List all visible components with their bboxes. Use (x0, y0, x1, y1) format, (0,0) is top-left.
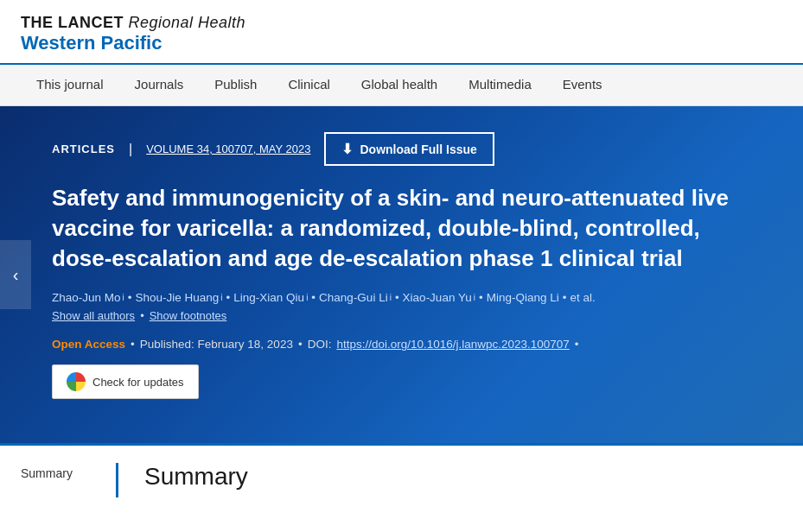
doi-link[interactable]: https://doi.org/10.1016/j.lanwpc.2023.10… (336, 338, 569, 351)
download-full-issue-button[interactable]: ⬇ Download Full Issue (324, 132, 494, 166)
nav-item-events[interactable]: Events (547, 65, 618, 105)
bullet-sep-1: • (131, 338, 135, 351)
summary-sidebar-label: Summary (21, 463, 90, 480)
show-all-authors-link[interactable]: Show all authors (52, 309, 135, 322)
author-1: Zhao-Jun Mo (52, 291, 121, 304)
author-6: Ming-Qiang Li (487, 291, 559, 304)
article-title: Safety and immunogenicity of a skin- and… (52, 183, 751, 274)
article-banner: ‹ ARTICLES | VOLUME 34, 100707, MAY 2023… (0, 106, 803, 443)
article-volume[interactable]: VOLUME 34, 100707, MAY 2023 (146, 142, 310, 155)
show-authors-line: Show all authors • Show footnotes (52, 309, 751, 322)
summary-section: Summary Summary (0, 443, 803, 515)
authors-line: Zhao-Jun Moi • Shou-Jie Huangi • Ling-Xi… (52, 291, 751, 304)
show-sep: • (140, 309, 144, 322)
check-updates-label: Check for updates (92, 376, 184, 389)
site-title-bottom: Western Pacific (21, 32, 782, 54)
author-4: Chang-Gui Li (319, 291, 388, 304)
show-footnotes-link[interactable]: Show footnotes (150, 309, 227, 322)
nav-item-journals[interactable]: Journals (119, 65, 200, 105)
author-2: Shou-Jie Huang (136, 291, 220, 304)
et-al: et al. (570, 291, 595, 304)
regional-label: Regional Health (129, 14, 246, 31)
check-for-updates-button[interactable]: Check for updates (52, 364, 199, 399)
bullet-sep-3: • (575, 338, 579, 351)
article-meta-line: ARTICLES | VOLUME 34, 100707, MAY 2023 ⬇… (52, 132, 751, 166)
summary-title: Summary (144, 463, 248, 491)
bullet-sep-2: • (298, 338, 303, 351)
article-type: ARTICLES (52, 142, 115, 155)
download-icon: ⬇ (341, 141, 353, 157)
author-3: Ling-Xian Qiu (233, 291, 304, 304)
doi-label: DOI: (308, 338, 332, 351)
main-nav: This journal Journals Publish Clinical G… (0, 65, 803, 106)
nav-item-global-health[interactable]: Global health (346, 65, 453, 105)
left-arrow-button[interactable]: ‹ (0, 240, 31, 309)
open-access-badge: Open Access (52, 338, 125, 351)
site-header: THE LANCET Regional Health Western Pacif… (0, 0, 803, 65)
author-5: Xiao-Juan Yu (403, 291, 472, 304)
lancet-label: THE LANCET (21, 14, 124, 31)
download-btn-label: Download Full Issue (360, 142, 476, 156)
nav-item-publish[interactable]: Publish (199, 65, 272, 105)
check-updates-icon (67, 372, 86, 391)
summary-divider (116, 463, 118, 497)
published-date: Published: February 18, 2023 (140, 338, 293, 351)
nav-item-multimedia[interactable]: Multimedia (453, 65, 547, 105)
nav-item-clinical[interactable]: Clinical (272, 65, 345, 105)
site-title-top: THE LANCET Regional Health (21, 14, 782, 32)
nav-item-this-journal[interactable]: This journal (21, 65, 119, 105)
meta-separator: | (129, 142, 132, 157)
published-line: Open Access • Published: February 18, 20… (52, 338, 751, 351)
